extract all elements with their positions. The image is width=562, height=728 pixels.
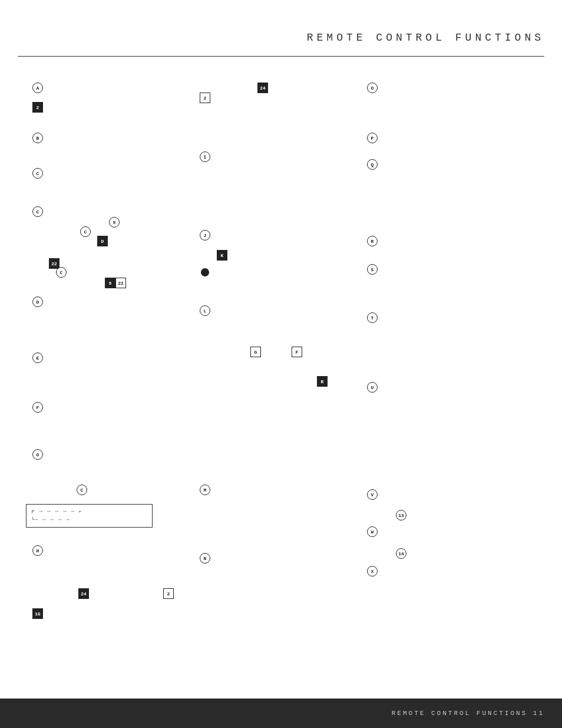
label-F: F (32, 402, 43, 413)
label-G: G (32, 449, 43, 460)
label-R: R (367, 236, 378, 246)
label-2mid: 2 (200, 93, 210, 103)
label-2b: 2 (163, 588, 174, 599)
dot-center (201, 268, 209, 276)
label-24a: 24 (257, 83, 268, 93)
label-22b: 22 (115, 278, 126, 288)
label-Dsub: D (97, 236, 108, 246)
label-L: L (200, 305, 210, 316)
label-Csub: C (80, 226, 91, 237)
label-B: B (32, 133, 43, 143)
label-Csub2: C (56, 267, 67, 278)
label-9b: 9 (105, 278, 115, 288)
label-Csub3: C (77, 485, 87, 495)
label-U: U (367, 382, 378, 393)
label-I: I (200, 151, 210, 162)
label-K: K (217, 250, 227, 261)
page-title: REMOTE CONTROL FUNCTIONS (307, 32, 544, 44)
label-N: N (200, 553, 210, 564)
label-W: W (367, 526, 378, 537)
label-C2: C (32, 206, 43, 217)
label-24b: 24 (78, 588, 89, 599)
label-E: E (32, 353, 43, 363)
label-C: C (32, 168, 43, 179)
label-M: M (200, 485, 210, 495)
label-14: 14 (396, 548, 406, 559)
label-T: T (367, 312, 378, 323)
label-Q: Q (367, 159, 378, 170)
label-X: X (367, 566, 378, 577)
label-Gsq: G (250, 347, 261, 357)
label-A: A (32, 83, 43, 93)
arrow-diagram: ↱ → → → → → ⌐ └→ → → → → (26, 504, 153, 528)
label-16: 16 (32, 608, 43, 619)
footer-text: REMOTE CONTROL FUNCTIONS 11 (392, 710, 544, 717)
label-Fsq: F (292, 347, 302, 357)
label-13: 13 (396, 510, 406, 521)
page-content: REMOTE CONTROL FUNCTIONS A 2 B C C 9 C D… (0, 0, 562, 699)
label-D: D (32, 297, 43, 307)
label-9a: 9 (109, 217, 120, 228)
page-footer: REMOTE CONTROL FUNCTIONS 11 (0, 699, 562, 728)
label-2a: 2 (32, 102, 43, 113)
label-Bsq: B (317, 376, 328, 387)
label-22: 22 (49, 258, 59, 269)
label-O: O (367, 83, 378, 93)
label-P: P (367, 133, 378, 143)
label-V: V (367, 489, 378, 500)
label-H: H (32, 545, 43, 556)
label-S: S (367, 264, 378, 275)
label-J: J (200, 230, 210, 241)
title-underline (18, 56, 544, 57)
